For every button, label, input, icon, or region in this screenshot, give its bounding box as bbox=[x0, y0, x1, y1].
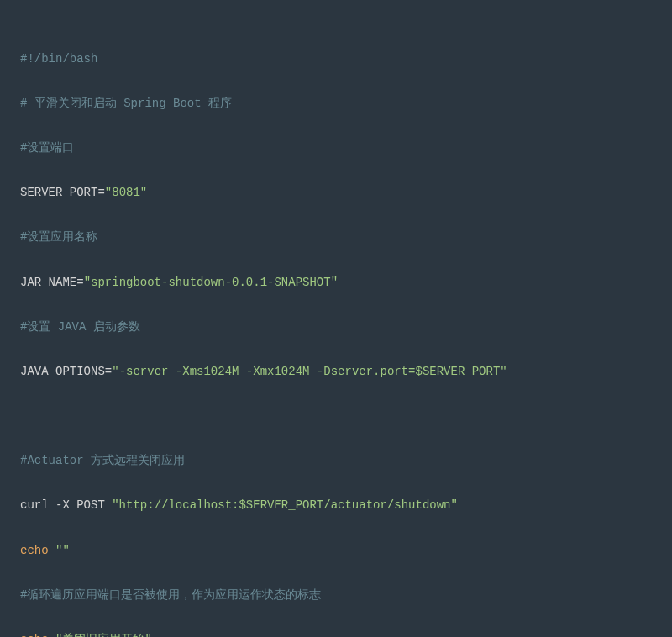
code-line: #Actuator 方式远程关闭应用 bbox=[20, 450, 652, 472]
code-line: echo "" bbox=[20, 540, 652, 562]
builtin: echo bbox=[20, 544, 55, 557]
code-line: #循环遍历应用端口是否被使用，作为应用运作状态的标志 bbox=[20, 584, 652, 607]
string: "关闭旧应用开始" bbox=[55, 633, 152, 637]
equals: = bbox=[105, 365, 112, 378]
string: "" bbox=[55, 544, 70, 557]
code-line: #设置端口 bbox=[20, 137, 652, 160]
comment: #设置 JAVA 启动参数 bbox=[20, 320, 140, 334]
string: "8081" bbox=[105, 186, 147, 199]
comment: #循环遍历应用端口是否被使用，作为应用运作状态的标志 bbox=[20, 588, 321, 602]
comment: #设置端口 bbox=[20, 141, 74, 155]
equals: = bbox=[97, 186, 104, 199]
equals: = bbox=[76, 276, 83, 289]
code-line: #设置 JAVA 启动参数 bbox=[20, 316, 652, 339]
code-line: JAVA_OPTIONS="-server -Xms1024M -Xmx1024… bbox=[20, 361, 652, 383]
code-line: #!/bin/bash bbox=[20, 48, 652, 71]
code-line: curl -X POST "http://localhost:$SERVER_P… bbox=[20, 494, 652, 517]
variable: JAVA_OPTIONS bbox=[20, 365, 105, 378]
code-block: #!/bin/bash # 平滑关闭和启动 Spring Boot 程序 #设置… bbox=[20, 25, 652, 637]
comment: #设置应用名称 bbox=[20, 230, 97, 244]
code-line: #设置应用名称 bbox=[20, 226, 652, 249]
code-line: # 平滑关闭和启动 Spring Boot 程序 bbox=[20, 92, 652, 115]
variable: SERVER_PORT bbox=[20, 186, 97, 199]
string: "-server -Xms1024M -Xmx1024M -Dserver.po… bbox=[112, 365, 507, 378]
code-line: echo "关闭旧应用开始" bbox=[20, 629, 652, 637]
variable: JAR_NAME bbox=[20, 276, 76, 289]
command: curl -X POST bbox=[20, 498, 112, 512]
blank-line bbox=[20, 405, 652, 428]
string: "http://localhost:$SERVER_PORT/actuator/… bbox=[112, 498, 458, 512]
builtin: echo bbox=[20, 633, 55, 637]
code-line: SERVER_PORT="8081" bbox=[20, 182, 652, 204]
code-line: JAR_NAME="springboot-shutdown-0.0.1-SNAP… bbox=[20, 271, 652, 294]
comment: # 平滑关闭和启动 Spring Boot 程序 bbox=[20, 97, 232, 110]
string: "springboot-shutdown-0.0.1-SNAPSHOT" bbox=[84, 276, 338, 289]
shebang: #!/bin/bash bbox=[20, 52, 97, 66]
comment: #Actuator 方式远程关闭应用 bbox=[20, 454, 185, 467]
